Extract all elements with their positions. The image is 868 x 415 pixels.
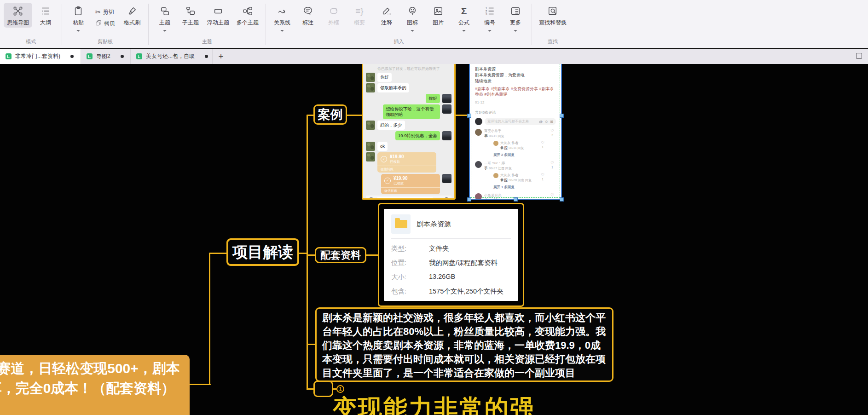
like-icon[interactable]: ♡2 [549, 129, 556, 157]
root-topic-node[interactable]: 非常冷门赛道，日轻松变现500+，剧本小白专享，完全0成本！（配套资料） [0, 355, 190, 415]
cut-button[interactable]: ✂ 剪切 [95, 8, 115, 16]
like-icon[interactable]: ♡1 [549, 161, 556, 190]
post-hashtags[interactable]: #剧本杀 #找剧本杀 #免费资源分享 #剧本杀整蛊 #剧本杀测评 [475, 86, 556, 97]
toolbar-group-insert: 关系线 标注 外框 ≡} 概要 [266, 0, 532, 48]
comment-meta: 08-27 江西 回复 [489, 167, 512, 170]
reply-meta: 08-28 河南 回复 [509, 179, 532, 182]
xiaohongshu-screenshot-image[interactable]: 剧本杀资源 剧本杀免费资源，为爱发电 陆续地发 #剧本杀 #找剧本杀 #免费资源… [469, 64, 562, 200]
comment-input[interactable]: 爱评论的人运气都不会太差 @ ☺ ⊞ [485, 118, 556, 125]
like-icon[interactable]: ♡1 [539, 141, 546, 150]
avatar [366, 121, 375, 130]
transfer-status: 已收款 [393, 181, 408, 185]
wechat-screenshot-image[interactable]: 你已添加了好友，现在可以开始聊天了 你好 领取剧本杀的 你好 想给你说下哈，这个… [362, 64, 456, 200]
image-button[interactable]: 图片 [426, 3, 451, 33]
divider [391, 238, 511, 239]
button-label: 格式刷 [124, 19, 140, 27]
callout-icon [303, 6, 313, 17]
mindmap-canvas[interactable]: 非常冷门赛道，日轻松变现500+，剧本小白专享，完全0成本！（配套资料） 项目解… [0, 64, 868, 415]
window-maximize-icon[interactable] [856, 53, 862, 59]
topic-node-monetize-title[interactable]: 变现能力非常的强 [333, 392, 535, 415]
like-icon[interactable]: ♡1 [539, 173, 546, 183]
subtopic-button[interactable]: 子主题 [178, 3, 203, 33]
tab-document-2[interactable]: 导图2 [81, 49, 131, 64]
find-replace-icon [548, 6, 558, 17]
button-label: 浮动主题 [207, 19, 229, 27]
reply-text: 拿捏 [500, 178, 508, 182]
paste-icon [73, 6, 83, 17]
mindmap-icon [13, 6, 23, 17]
chat-bubble: 好的，多少 [377, 121, 405, 130]
topic-node-case[interactable]: 案例 [313, 104, 347, 125]
topic-button[interactable]: 主题 [152, 3, 177, 33]
summary-button: ≡} 概要 [347, 3, 372, 33]
callout-button[interactable]: 标注 [295, 3, 320, 33]
tab-document-3[interactable]: 美女号还...包，自取 [131, 49, 213, 64]
at-icon[interactable]: @ [539, 120, 543, 124]
button-label: 多个主题 [237, 19, 259, 27]
connector-line [307, 344, 316, 345]
boundary-button: 外框 [321, 3, 346, 33]
formula-button[interactable]: Σ 公式 [451, 3, 476, 33]
folder-detail-row: 类型: 文件夹 [391, 244, 511, 253]
app-doc-icon [87, 53, 93, 59]
toolbar-group-mode: 思维导图 大纲 模式 [0, 0, 62, 48]
author-badge: 作者 [512, 141, 519, 145]
button-label: 注释 [381, 19, 392, 27]
paste-button[interactable]: 粘贴 [66, 3, 91, 33]
numbering-button[interactable]: 123 编号 [477, 3, 502, 33]
selection-handle[interactable] [514, 197, 518, 202]
copy-button[interactable]: 拷贝 [95, 20, 115, 28]
avatar [442, 104, 451, 114]
selection-handle[interactable] [467, 114, 471, 118]
selection-handle[interactable] [560, 197, 564, 202]
toolbar-divider [373, 6, 373, 30]
voice-icon [368, 197, 375, 200]
button-label: 图标 [407, 19, 418, 27]
topic-node-materials[interactable]: 配套资料 [315, 247, 366, 263]
note-button[interactable]: 注释 [374, 3, 399, 33]
boundary-icon [329, 6, 339, 17]
chat-message: 你好 [366, 94, 451, 103]
avatar [442, 174, 451, 183]
emoji-icon[interactable]: ☺ [544, 120, 548, 124]
folder-detail-row: 位置: 我的网盘/课程配套资料 [391, 259, 511, 267]
format-painter-button[interactable]: 格式刷 [120, 3, 145, 33]
mindmap-mode-button[interactable]: 思维导图 [4, 3, 32, 28]
selection-handle[interactable] [467, 197, 471, 202]
transfer-footer: 微信转账 [377, 166, 436, 173]
relationship-button[interactable]: 关系线 [270, 3, 295, 33]
cut-copy-stack: ✂ 剪切 拷贝 [92, 3, 119, 33]
transfer-card: ✓ ¥19.90 已收款 微信转账 [381, 174, 440, 194]
numbering-badge[interactable]: 1 [336, 385, 344, 393]
multiple-topics-button[interactable]: 多个主题 [233, 3, 262, 33]
selection-handle[interactable] [560, 114, 564, 118]
topic-node-description[interactable]: 剧本杀是新颖的社交游戏，很多年轻人都喜欢，而小红书这个平台年轻人的占比在80%以… [315, 307, 613, 382]
find-replace-button[interactable]: 查找和替换 [536, 3, 570, 28]
comment-text: 早 [484, 134, 488, 138]
comment-reply: 大灰灰 作者 拿捏 08-11 回复 ♡1 [493, 141, 546, 150]
like-icon[interactable]: ♡ [549, 193, 556, 199]
button-label: 查找和替换 [539, 19, 567, 27]
button-label: 粘贴 [73, 19, 84, 27]
dropdown-caret [280, 30, 284, 32]
check-icon: ✓ [384, 178, 391, 184]
more-button[interactable]: 更多 [503, 3, 528, 33]
image-icon[interactable]: ⊞ [550, 120, 553, 124]
reply-meta: 08-11 回复 [509, 146, 524, 150]
topic-node-project[interactable]: 项目解读 [226, 238, 299, 266]
new-tab-button[interactable]: + [213, 49, 229, 64]
outline-mode-button[interactable]: 大纲 [33, 3, 58, 28]
dropdown-caret [163, 30, 167, 32]
marker-button[interactable]: 图标 [400, 3, 425, 33]
expand-replies-link[interactable]: 展开 2 条回复 [493, 153, 546, 157]
button-label: 图片 [433, 19, 444, 27]
post-date: 01-12 [475, 100, 556, 104]
topic-node-empty[interactable] [313, 380, 333, 397]
document-tab-bar: 非常冷门...套资料) 导图2 美女号还...包，自取 + [0, 49, 868, 64]
tab-document-1[interactable]: 非常冷门...套资料) [0, 49, 81, 64]
comment-text: 求1天版 [484, 198, 497, 199]
floating-topic-button[interactable]: 浮动主题 [204, 3, 232, 33]
folder-info-node[interactable]: 剧本杀资源 类型: 文件夹 位置: 我的网盘/课程配套资料 大小: 13.26G… [378, 203, 524, 307]
topic-icon [160, 6, 170, 17]
expand-replies-link[interactable]: 展开 1 条回复 [493, 185, 546, 190]
